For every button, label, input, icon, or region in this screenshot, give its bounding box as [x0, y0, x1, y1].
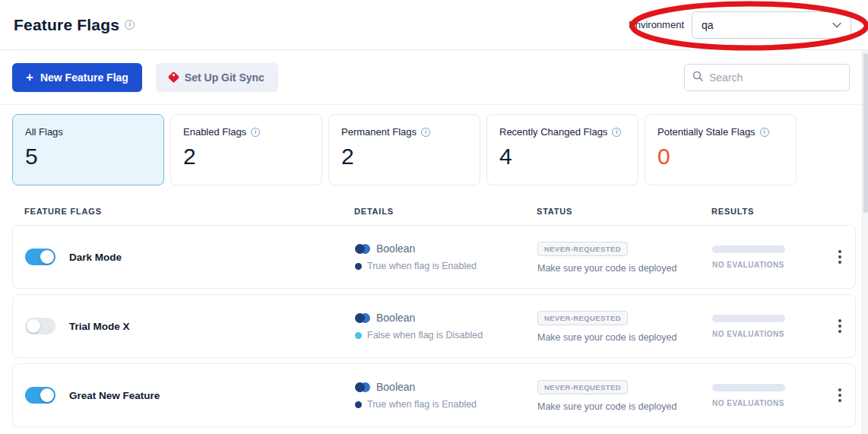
boolean-type-icon	[355, 382, 370, 392]
status-text: Make sure your code is deployed	[537, 332, 712, 343]
table-row: Dark Mode Boolean True when flag is Enab…	[12, 225, 856, 289]
environment-select[interactable]: qa	[692, 11, 851, 39]
column-header-results: RESULTS	[711, 207, 833, 216]
results-text: NO EVALUATIONS	[712, 330, 834, 338]
page-header: Feature Flags i Environment qa	[0, 0, 868, 50]
scrollbar-thumb[interactable]	[863, 53, 868, 213]
column-header-details: DETAILS	[354, 207, 537, 216]
stat-label: Permanent Flags	[341, 126, 417, 138]
flag-detail: False when flag is Disabled	[367, 330, 483, 341]
app: Feature Flags i Environment qa + New Fea…	[0, 0, 868, 434]
set-up-git-sync-button[interactable]: Set Up Git Sync	[156, 63, 278, 92]
git-icon	[168, 71, 180, 84]
variation-dot-icon	[355, 332, 362, 339]
column-header-status: STATUS	[537, 207, 711, 216]
kebab-menu-icon[interactable]	[834, 384, 846, 407]
flags-table: FEATURE FLAGS DETAILS STATUS RESULTS Dar…	[0, 199, 868, 427]
status-text: Make sure your code is deployed	[537, 401, 712, 412]
flag-type: Boolean	[376, 381, 415, 393]
page-title: Feature Flags	[14, 16, 119, 34]
flag-detail: True when flag is Enabled	[367, 261, 477, 271]
status-text: Make sure your code is deployed	[537, 263, 712, 274]
kebab-menu-icon[interactable]	[834, 246, 846, 268]
search-input[interactable]	[709, 71, 847, 84]
stat-value: 5	[25, 144, 151, 169]
flag-detail: True when flag is Enabled	[367, 399, 477, 410]
environment-value: qa	[702, 19, 714, 31]
status-badge: NEVER-REQUESTED	[537, 311, 628, 325]
stat-label: Enabled Flags	[183, 126, 246, 138]
flag-name[interactable]: Great New Feature	[69, 390, 160, 401]
flag-toggle[interactable]	[25, 318, 55, 334]
stat-card-recently-changed-flags[interactable]: Recently Changed Flags i 4	[486, 114, 638, 185]
status-badge: NEVER-REQUESTED	[537, 242, 628, 256]
kebab-menu-icon[interactable]	[834, 315, 846, 337]
column-header-feature-flags: FEATURE FLAGS	[24, 207, 354, 216]
results-text: NO EVALUATIONS	[712, 399, 834, 407]
flag-name[interactable]: Dark Mode	[69, 252, 122, 263]
variation-dot-icon	[355, 401, 362, 408]
table-header: FEATURE FLAGS DETAILS STATUS RESULTS	[12, 199, 856, 225]
flag-toggle[interactable]	[25, 249, 55, 265]
flag-type: Boolean	[376, 242, 415, 255]
stat-label: All Flags	[25, 126, 63, 138]
stat-value: 2	[183, 144, 309, 169]
stat-value: 2	[341, 144, 467, 169]
results-bar	[712, 315, 785, 322]
boolean-type-icon	[355, 313, 370, 323]
boolean-type-icon	[355, 244, 370, 254]
results-bar	[712, 384, 785, 391]
stat-card-permanent-flags[interactable]: Permanent Flags i 2	[328, 114, 480, 185]
info-icon[interactable]: i	[612, 128, 621, 137]
results-bar	[712, 246, 785, 253]
stat-card-enabled-flags[interactable]: Enabled Flags i 2	[170, 114, 322, 185]
status-badge: NEVER-REQUESTED	[537, 380, 628, 394]
toolbar: + New Feature Flag Set Up Git Sync	[0, 50, 868, 105]
new-feature-flag-button[interactable]: + New Feature Flag	[12, 63, 142, 92]
variation-dot-icon	[355, 263, 362, 270]
stat-value: 0	[657, 144, 784, 169]
search-box	[684, 64, 850, 91]
search-icon	[692, 71, 703, 84]
info-icon[interactable]: i	[251, 128, 260, 137]
environment-label: Environment	[629, 19, 684, 30]
stat-card-potentially-stale-flags[interactable]: Potentially Stale Flags i 0	[645, 114, 797, 185]
stat-value: 4	[499, 144, 626, 169]
stats-cards: All Flags 5 Enabled Flags i 2 Permanent …	[0, 105, 868, 199]
plus-icon: +	[26, 71, 33, 84]
stat-label: Potentially Stale Flags	[657, 126, 756, 138]
scrollbar[interactable]	[862, 50, 868, 434]
table-row: Great New Feature Boolean True when flag…	[12, 363, 856, 427]
flag-toggle[interactable]	[25, 387, 55, 404]
info-icon[interactable]: i	[421, 128, 430, 137]
chevron-down-icon	[832, 22, 841, 28]
info-icon[interactable]: i	[125, 20, 135, 30]
stat-card-all-flags[interactable]: All Flags 5	[12, 114, 164, 185]
flag-name[interactable]: Trial Mode X	[69, 321, 130, 332]
environment-group: Environment qa	[629, 11, 851, 39]
git-sync-label: Set Up Git Sync	[185, 71, 265, 84]
flag-type: Boolean	[376, 312, 415, 324]
title-group: Feature Flags i	[14, 16, 135, 34]
new-feature-flag-label: New Feature Flag	[40, 71, 128, 84]
stat-label: Recently Changed Flags	[499, 126, 607, 138]
results-text: NO EVALUATIONS	[712, 261, 834, 269]
info-icon[interactable]: i	[760, 128, 769, 137]
table-row: Trial Mode X Boolean False when flag is …	[12, 294, 856, 358]
